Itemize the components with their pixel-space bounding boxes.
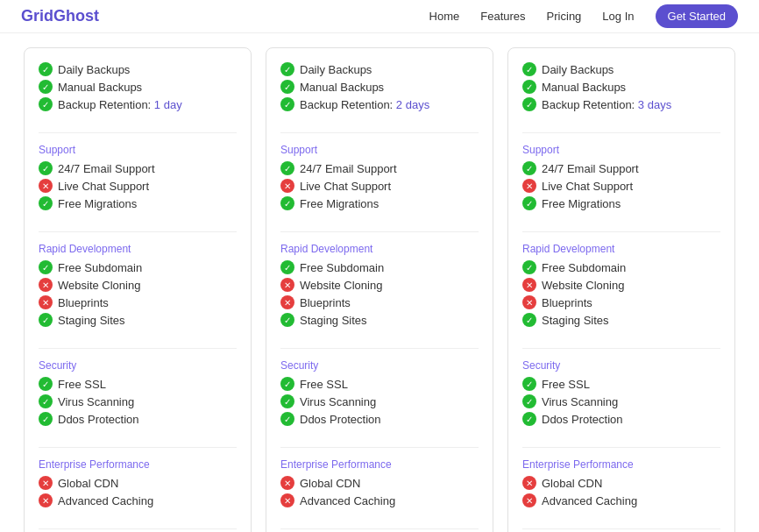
manual-backups-row: ✓Manual Backups <box>280 80 479 94</box>
enterprise-caching-label: Advanced Caching <box>300 494 395 507</box>
rapid-blueprints-label: Blueprints <box>300 296 351 309</box>
support-migrations-label: Free Migrations <box>300 197 379 210</box>
nav-get-started[interactable]: Get Started <box>656 4 738 28</box>
section-divider <box>522 231 720 232</box>
support-title: Support <box>39 144 237 156</box>
check-icon: ✓ <box>39 260 53 274</box>
rapid-cloning-label: Website Cloning <box>542 279 624 292</box>
security-virus-label: Virus Scanning <box>542 395 618 408</box>
rapid-staging-row: ✓Staging Sites <box>39 313 237 327</box>
check-icon: ✓ <box>280 377 294 391</box>
rapid-title: Rapid Development <box>280 243 479 255</box>
rapid-cloning-row: ✕Website Cloning <box>280 278 479 292</box>
rapid-blueprints-row: ✕Blueprints <box>280 295 479 309</box>
rapid-block: Rapid Development✓Free Subdomain✕Website… <box>39 239 237 330</box>
rapid-staging-row: ✓Staging Sites <box>280 313 479 327</box>
security-virus-label: Virus Scanning <box>300 395 376 408</box>
enterprise-block: Enterprise Performance✕Global CDN✕Advanc… <box>522 455 720 511</box>
security-ddos-row: ✓Ddos Protection <box>522 412 720 426</box>
security-virus-row: ✓Virus Scanning <box>522 394 720 408</box>
security-virus-row: ✓Virus Scanning <box>39 394 237 408</box>
section-divider <box>522 447 720 448</box>
daily-backups-label: Daily Backups <box>542 63 614 76</box>
support-email-label: 24/7 Email Support <box>542 162 639 175</box>
daily-backups-label: Daily Backups <box>58 63 130 76</box>
x-icon: ✕ <box>39 179 53 193</box>
support-email-row: ✓24/7 Email Support <box>39 161 237 175</box>
security-ssl-row: ✓Free SSL <box>280 377 479 391</box>
check-icon: ✓ <box>39 377 53 391</box>
rapid-block: Rapid Development✓Free Subdomain✕Website… <box>522 239 720 330</box>
check-icon: ✓ <box>39 80 53 94</box>
daily-backups-label: Daily Backups <box>300 63 372 76</box>
check-icon: ✓ <box>522 313 536 327</box>
plan-card-2: ✓Daily Backups✓Manual Backups✓Backup Ret… <box>266 47 493 532</box>
support-block: Support✓24/7 Email Support✕Live Chat Sup… <box>522 140 720 214</box>
rapid-cloning-row: ✕Website Cloning <box>39 278 237 292</box>
support-chat-label: Live Chat Support <box>300 180 391 193</box>
rapid-subdomain-row: ✓Free Subdomain <box>39 260 237 274</box>
backup-retention-label: Backup Retention: 3 days <box>542 98 671 111</box>
enterprise-caching-row: ✕Advanced Caching <box>522 493 720 507</box>
check-icon: ✓ <box>522 97 536 111</box>
rapid-staging-label: Staging Sites <box>542 314 609 327</box>
x-icon: ✕ <box>39 476 53 490</box>
section-divider <box>280 348 479 349</box>
security-ddos-row: ✓Ddos Protection <box>280 412 479 426</box>
check-icon: ✓ <box>522 196 536 210</box>
navbar: GridGhost Home Features Pricing Log In G… <box>0 0 759 33</box>
backups-block: ✓Daily Backups✓Manual Backups✓Backup Ret… <box>39 62 237 115</box>
check-icon: ✓ <box>522 161 536 175</box>
backup-retention-row: ✓Backup Retention: 1 day <box>39 97 237 111</box>
check-icon: ✓ <box>522 394 536 408</box>
x-icon: ✕ <box>522 476 536 490</box>
support-email-label: 24/7 Email Support <box>58 162 155 175</box>
nav-pricing[interactable]: Pricing <box>547 10 582 23</box>
backup-retention-label: Backup Retention: 2 days <box>300 98 429 111</box>
nav-home[interactable]: Home <box>429 10 460 23</box>
x-icon: ✕ <box>280 295 294 309</box>
rapid-staging-label: Staging Sites <box>300 314 367 327</box>
manual-backups-label: Manual Backups <box>300 81 384 94</box>
rapid-subdomain-label: Free Subdomain <box>58 261 142 274</box>
security-ssl-label: Free SSL <box>542 378 590 391</box>
check-icon: ✓ <box>280 394 294 408</box>
enterprise-cdn-label: Global CDN <box>58 477 118 490</box>
check-icon: ✓ <box>280 196 294 210</box>
nav-features[interactable]: Features <box>480 10 525 23</box>
support-migrations-label: Free Migrations <box>542 197 621 210</box>
security-ddos-label: Ddos Protection <box>58 413 139 426</box>
section-divider <box>39 231 237 232</box>
enterprise-cdn-row: ✕Global CDN <box>39 476 237 490</box>
enterprise-block: Enterprise Performance✕Global CDN✕Advanc… <box>39 455 237 511</box>
enterprise-cdn-label: Global CDN <box>300 477 360 490</box>
check-icon: ✓ <box>39 62 53 76</box>
enterprise-block: Enterprise Performance✕Global CDN✕Advanc… <box>280 455 479 511</box>
plan-card-3: ✓Daily Backups✓Manual Backups✓Backup Ret… <box>507 47 735 532</box>
manual-backups-label: Manual Backups <box>58 81 142 94</box>
x-icon: ✕ <box>280 278 294 292</box>
backup-retention-row: ✓Backup Retention: 3 days <box>522 97 720 111</box>
security-ssl-label: Free SSL <box>300 378 348 391</box>
x-icon: ✕ <box>522 278 536 292</box>
x-icon: ✕ <box>39 295 53 309</box>
section-divider <box>522 528 720 529</box>
security-virus-row: ✓Virus Scanning <box>280 394 479 408</box>
security-block: Security✓Free SSL✓Virus Scanning✓Ddos Pr… <box>280 356 479 429</box>
enterprise-cdn-row: ✕Global CDN <box>280 476 479 490</box>
rapid-blueprints-label: Blueprints <box>542 296 592 309</box>
rapid-cloning-label: Website Cloning <box>300 279 382 292</box>
daily-backups-row: ✓Daily Backups <box>280 62 479 76</box>
rapid-subdomain-row: ✓Free Subdomain <box>522 260 720 274</box>
enterprise-title: Enterprise Performance <box>39 458 237 471</box>
section-divider <box>280 132 479 133</box>
check-icon: ✓ <box>280 313 294 327</box>
check-icon: ✓ <box>39 412 53 426</box>
security-ddos-label: Ddos Protection <box>300 413 381 426</box>
nav-links: Home Features Pricing Log In Get Started <box>429 10 738 23</box>
support-migrations-row: ✓Free Migrations <box>522 196 720 210</box>
manual-backups-row: ✓Manual Backups <box>522 80 720 94</box>
check-icon: ✓ <box>522 260 536 274</box>
nav-login[interactable]: Log In <box>602 10 634 23</box>
enterprise-cdn-label: Global CDN <box>542 477 602 490</box>
